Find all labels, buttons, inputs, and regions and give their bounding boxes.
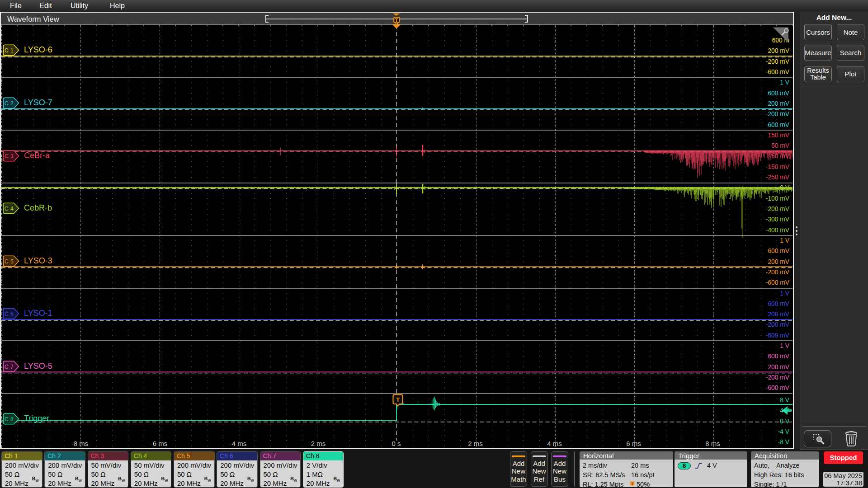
svg-text:C 8: C 8 [5, 416, 14, 422]
svg-text:C 5: C 5 [5, 258, 14, 264]
svg-text:C 1: C 1 [5, 47, 14, 54]
svg-text:C 4: C 4 [5, 206, 14, 212]
svg-text:C 3: C 3 [5, 153, 14, 159]
svg-text:C 6: C 6 [5, 311, 14, 317]
svg-text:T: T [631, 482, 633, 486]
svg-text:C 2: C 2 [5, 100, 14, 107]
svg-text:C 7: C 7 [5, 363, 14, 370]
svg-text:T: T [396, 396, 400, 403]
